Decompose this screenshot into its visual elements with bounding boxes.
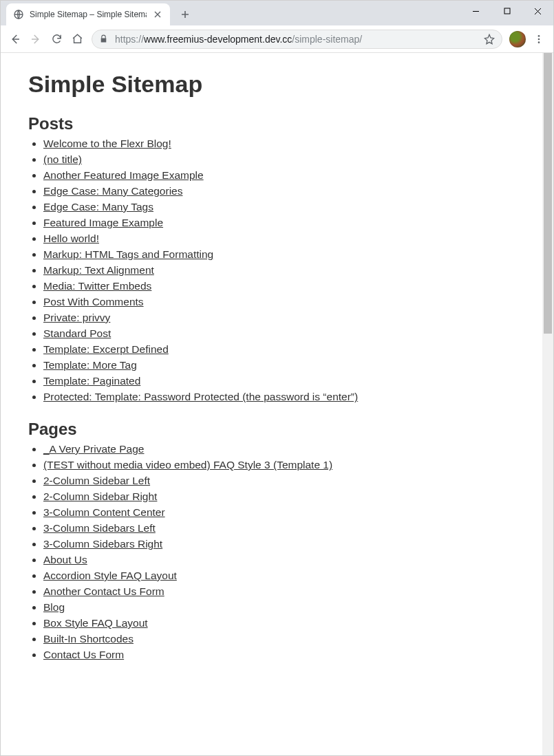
list-item: Another Contact Us Form xyxy=(43,585,526,598)
sitemap-link[interactable]: Contact Us Form xyxy=(43,649,124,660)
profile-avatar[interactable] xyxy=(509,31,526,47)
sitemap-link[interactable]: (TEST without media video embed) FAQ Sty… xyxy=(43,459,332,471)
sitemap-link[interactable]: Accordion Style FAQ Layout xyxy=(43,570,177,581)
forward-button[interactable] xyxy=(25,29,46,50)
list-item: Markup: HTML Tags and Formatting xyxy=(43,248,526,261)
list-item: Standard Post xyxy=(43,327,526,340)
sitemap-link[interactable]: Media: Twitter Embeds xyxy=(43,280,151,292)
sitemap-link[interactable]: 2-Column Sidebar Left xyxy=(43,475,150,486)
list-item: 2-Column Sidebar Right xyxy=(43,490,526,503)
list-item: Media: Twitter Embeds xyxy=(43,280,526,292)
scrollbar[interactable] xyxy=(542,53,553,755)
list-item: Private: privvy xyxy=(43,312,526,324)
list-item: Template: More Tag xyxy=(43,359,526,371)
menu-button[interactable] xyxy=(529,29,549,50)
page-title: Simple Sitemap xyxy=(28,71,526,98)
maximize-button[interactable] xyxy=(491,1,522,21)
sitemap-link[interactable]: Blog xyxy=(43,601,65,613)
list-item: Edge Case: Many Categories xyxy=(43,185,526,197)
list-item: Welcome to the Flexr Blog! xyxy=(43,138,526,150)
list-item: Template: Paginated xyxy=(43,375,526,387)
list-item: Hello world! xyxy=(43,233,526,245)
pages-list: _A Very Private Page(TEST without media … xyxy=(28,443,526,661)
list-item: Another Featured Image Example xyxy=(43,169,526,182)
tab-title: Simple Sitemap – Simple Sitemap xyxy=(30,10,147,19)
list-item: Built-In Shortcodes xyxy=(43,633,526,645)
list-item: 3-Column Sidebars Left xyxy=(43,522,526,534)
svg-point-4 xyxy=(538,41,540,43)
posts-list: Welcome to the Flexr Blog!(no title)Anot… xyxy=(28,138,526,403)
sitemap-link[interactable]: Hello world! xyxy=(43,233,99,244)
sitemap-link[interactable]: Edge Case: Many Categories xyxy=(43,185,182,197)
list-item: 3-Column Sidebars Right xyxy=(43,538,526,550)
home-button[interactable] xyxy=(67,29,87,50)
list-item: About Us xyxy=(43,554,526,566)
list-item: Post With Comments xyxy=(43,296,526,308)
lock-icon xyxy=(99,34,108,43)
sitemap-link[interactable]: 3-Column Content Center xyxy=(43,506,165,518)
sitemap-link[interactable]: Edge Case: Many Tags xyxy=(43,201,153,213)
svg-point-3 xyxy=(538,38,540,40)
back-button[interactable] xyxy=(5,29,25,50)
sitemap-link[interactable]: 3-Column Sidebars Right xyxy=(43,538,162,550)
bookmark-star-icon[interactable] xyxy=(484,34,495,45)
sitemap-link[interactable]: Another Featured Image Example xyxy=(43,169,204,181)
url-text: https://www.freemius-development.dev.cc/… xyxy=(115,34,362,45)
section-heading-posts: Posts xyxy=(28,114,526,133)
list-item: Protected: Template: Password Protected … xyxy=(43,391,526,403)
list-item: _A Very Private Page xyxy=(43,443,526,455)
browser-tab[interactable]: Simple Sitemap – Simple Sitemap xyxy=(6,3,170,25)
list-item: Contact Us Form xyxy=(43,649,526,661)
scrollbar-thumb[interactable] xyxy=(544,53,552,334)
list-item: Template: Excerpt Defined xyxy=(43,343,526,356)
sitemap-link[interactable]: Another Contact Us Form xyxy=(43,585,164,597)
new-tab-button[interactable] xyxy=(175,5,195,24)
url-path: /simple-sitemap/ xyxy=(292,34,362,45)
list-item: Accordion Style FAQ Layout xyxy=(43,570,526,582)
browser-toolbar: https://www.freemius-development.dev.cc/… xyxy=(1,25,553,53)
list-item: (TEST without media video embed) FAQ Sty… xyxy=(43,459,526,471)
sitemap-link[interactable]: Protected: Template: Password Protected … xyxy=(43,391,358,402)
list-item: 2-Column Sidebar Left xyxy=(43,475,526,487)
close-window-button[interactable] xyxy=(522,1,553,21)
sitemap-link[interactable]: (no title) xyxy=(43,153,82,165)
list-item: Featured Image Example xyxy=(43,217,526,229)
sitemap-link[interactable]: About Us xyxy=(43,554,87,565)
sitemap-link[interactable]: Template: Excerpt Defined xyxy=(43,343,169,355)
list-item: 3-Column Content Center xyxy=(43,506,526,519)
browser-titlebar: Simple Sitemap – Simple Sitemap xyxy=(1,1,553,25)
sitemap-link[interactable]: Welcome to the Flexr Blog! xyxy=(43,138,171,149)
url-host: www.freemius-development.dev.cc xyxy=(144,34,292,45)
list-item: Blog xyxy=(43,601,526,614)
sitemap-link[interactable]: Featured Image Example xyxy=(43,217,163,228)
sitemap-link[interactable]: Template: More Tag xyxy=(43,359,137,371)
page-content: Simple Sitemap Posts Welcome to the Flex… xyxy=(1,53,553,755)
list-item: Markup: Text Alignment xyxy=(43,264,526,277)
list-item: Box Style FAQ Layout xyxy=(43,617,526,629)
svg-point-2 xyxy=(538,35,540,37)
sitemap-link[interactable]: 3-Column Sidebars Left xyxy=(43,522,156,534)
close-icon[interactable] xyxy=(152,9,163,20)
minimize-button[interactable] xyxy=(460,1,491,21)
sitemap-link[interactable]: Private: privvy xyxy=(43,312,110,323)
page-viewport: Simple Sitemap Posts Welcome to the Flex… xyxy=(1,53,553,755)
window-controls xyxy=(460,1,553,21)
sitemap-link[interactable]: _A Very Private Page xyxy=(43,443,144,455)
url-prefix: https:// xyxy=(115,34,144,45)
list-item: (no title) xyxy=(43,153,526,166)
globe-icon xyxy=(13,9,24,20)
svg-rect-1 xyxy=(504,8,510,14)
sitemap-link[interactable]: 2-Column Sidebar Right xyxy=(43,490,157,502)
sitemap-link[interactable]: Markup: Text Alignment xyxy=(43,264,154,276)
sitemap-link[interactable]: Standard Post xyxy=(43,327,111,339)
sitemap-link[interactable]: Post With Comments xyxy=(43,296,144,307)
sitemap-link[interactable]: Markup: HTML Tags and Formatting xyxy=(43,248,213,260)
sitemap-link[interactable]: Built-In Shortcodes xyxy=(43,633,134,645)
reload-button[interactable] xyxy=(46,29,67,50)
section-heading-pages: Pages xyxy=(28,420,526,439)
sitemap-link[interactable]: Template: Paginated xyxy=(43,375,140,387)
address-bar[interactable]: https://www.freemius-development.dev.cc/… xyxy=(92,30,502,49)
sitemap-link[interactable]: Box Style FAQ Layout xyxy=(43,617,148,629)
list-item: Edge Case: Many Tags xyxy=(43,201,526,213)
